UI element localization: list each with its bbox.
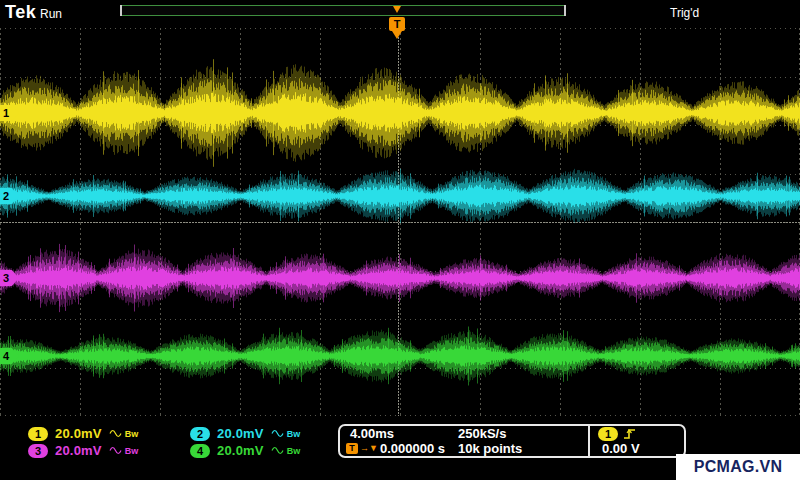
bandwidth-limit-icon: Bw [125, 446, 139, 456]
tek-logo: Tek [5, 2, 36, 23]
record-length: 10k points [458, 441, 522, 456]
trigger-status: Trig'd [670, 6, 699, 20]
channel-2-readout[interactable]: 2 20.0mV Bw [190, 426, 300, 441]
ac-coupling-icon [109, 446, 122, 455]
watermark: PCMAG.VN [676, 454, 800, 480]
trigger-source-badge: 1 [598, 427, 618, 441]
horizontal-scale: 4.00ms [350, 426, 394, 441]
trigger-time-value: 0.000000 s [380, 441, 445, 456]
record-view-bar[interactable] [120, 5, 566, 16]
readout-divider [588, 426, 590, 456]
bandwidth-limit-icon: Bw [287, 446, 301, 456]
channel-4-scale: 20.0mV [217, 443, 264, 458]
waveform-display [0, 28, 800, 416]
record-trigger-marker-icon [393, 6, 401, 13]
channel-1-badge: 1 [28, 427, 48, 441]
bandwidth-limit-icon: Bw [287, 429, 301, 439]
rising-edge-icon [623, 427, 637, 441]
trigger-level: 0.00 V [602, 441, 640, 456]
channel-4-badge: 4 [190, 444, 210, 458]
trigger-source-readout: 1 [598, 427, 637, 441]
trigger-flag-label: T [389, 17, 405, 31]
sample-rate: 250kS/s [458, 426, 506, 441]
channel-1-icons: Bw [109, 429, 139, 439]
record-start-tick [120, 5, 122, 16]
ac-coupling-icon [271, 429, 284, 438]
trigger-flag-arrow-icon [392, 31, 402, 39]
channel-2-scale: 20.0mV [217, 426, 264, 441]
channel-4-icons: Bw [271, 446, 301, 456]
trigger-time-icon: T [346, 443, 358, 454]
horizontal-trigger-readout-box[interactable]: 4.00ms 250kS/s T →▼ 0.000000 s 10k point… [338, 424, 686, 458]
channel-3-badge: 3 [28, 444, 48, 458]
ac-coupling-icon [271, 446, 284, 455]
bandwidth-limit-icon: Bw [125, 429, 139, 439]
channel-2-icons: Bw [271, 429, 301, 439]
channel-1-scale: 20.0mV [55, 426, 102, 441]
channel-1-readout[interactable]: 1 20.0mV Bw [28, 426, 138, 441]
ac-coupling-icon [109, 429, 122, 438]
trigger-time-readout: T →▼ 0.000000 s [346, 441, 445, 456]
channel-3-readout[interactable]: 3 20.0mV Bw [28, 443, 138, 458]
record-end-tick [564, 5, 566, 16]
channel-3-icons: Bw [109, 446, 139, 456]
channel-2-badge: 2 [190, 427, 210, 441]
channel-3-scale: 20.0mV [55, 443, 102, 458]
trigger-position-flag[interactable]: T [389, 17, 405, 39]
channel-4-readout[interactable]: 4 20.0mV Bw [190, 443, 300, 458]
acquisition-state: Run [40, 7, 62, 21]
trigger-arrow-icon: →▼ [360, 443, 378, 454]
oscilloscope-screen: Tek Run Trig'd T 1 2 3 4 1 20.0mV Bw 2 2… [0, 0, 800, 480]
